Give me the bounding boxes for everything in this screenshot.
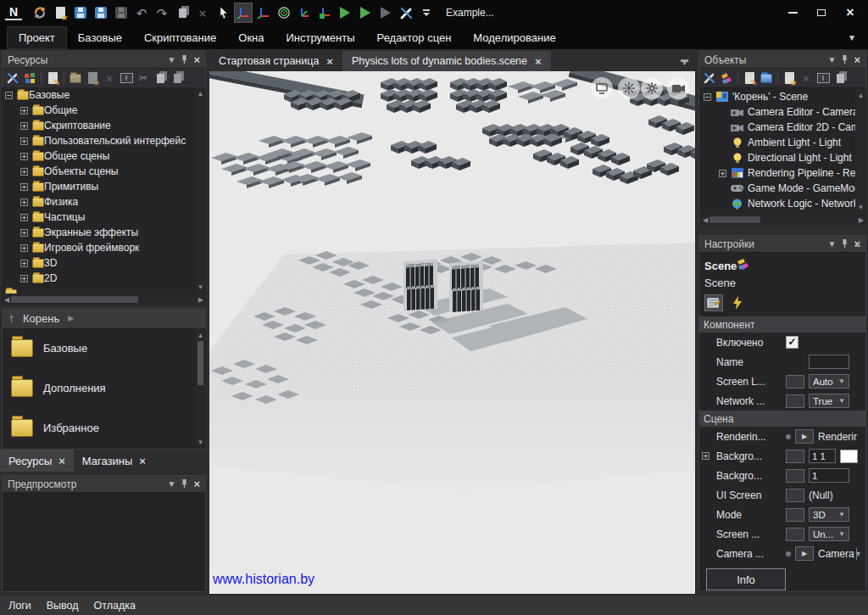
tree-item[interactable]: +Примитивы xyxy=(2,179,195,194)
minimize-button[interactable] xyxy=(780,3,805,22)
tree-item[interactable]: +Общие xyxy=(2,103,195,118)
project-name[interactable]: Example... xyxy=(446,7,494,19)
file-star-icon[interactable]: ★ xyxy=(782,71,796,85)
background-value-input[interactable] xyxy=(809,468,849,483)
scroll-down-icon[interactable]: ▼ xyxy=(854,550,862,558)
transform-colored-icon[interactable] xyxy=(737,258,749,273)
tree-item[interactable]: +Частицы xyxy=(2,210,195,225)
mode-dropdown[interactable]: 3D▼ xyxy=(809,507,849,522)
scale-cube-tool-icon[interactable] xyxy=(315,3,334,23)
reference-button[interactable]: ▶ xyxy=(795,546,814,561)
options-colored-icon[interactable] xyxy=(23,71,36,85)
close-icon[interactable]: × xyxy=(854,56,860,64)
reference-button[interactable]: ▶ xyxy=(795,429,814,444)
tree-item[interactable]: Game Mode - GameMod xyxy=(700,181,855,196)
property-default-button[interactable] xyxy=(786,489,804,502)
property-default-button[interactable] xyxy=(786,528,804,541)
expand-icon[interactable]: + xyxy=(20,183,28,191)
refresh-icon[interactable] xyxy=(31,3,49,23)
events-mode-button[interactable] xyxy=(728,294,747,311)
tree-item[interactable]: + Rendering Pipeline - Ren xyxy=(700,165,855,181)
tree-item[interactable]: Ambient Light - Light xyxy=(700,135,855,150)
play-alt-icon[interactable] xyxy=(356,3,375,23)
camera-icon[interactable] xyxy=(667,77,689,99)
tree-item[interactable]: +2D xyxy=(2,271,195,286)
pin-icon[interactable] xyxy=(181,478,188,490)
transform-colored-icon[interactable] xyxy=(720,71,733,85)
tree-item[interactable]: Network Logic - Network xyxy=(700,196,855,211)
new-resource-icon[interactable]: ✎ xyxy=(46,71,59,85)
tree-item[interactable]: +Объекты сцены xyxy=(2,164,195,179)
menu-item-basic[interactable]: Базовые xyxy=(67,27,133,48)
tree-item[interactable]: − 'Корень' - Scene xyxy=(700,89,855,104)
menu-item-project[interactable]: Проект xyxy=(7,26,67,49)
rotate-tool-icon[interactable] xyxy=(275,3,293,23)
expand-icon[interactable]: + xyxy=(20,260,28,267)
list-item[interactable]: Избранное xyxy=(3,408,205,448)
objects-tree-hscrollbar[interactable]: ◀▶ xyxy=(700,214,866,226)
tree-item[interactable]: −Базовые xyxy=(2,87,195,103)
pin-icon[interactable] xyxy=(841,238,849,250)
expand-icon[interactable]: + xyxy=(719,170,726,177)
collapse-icon[interactable]: − xyxy=(704,93,711,101)
statusbar-debug[interactable]: Отладка xyxy=(94,600,136,612)
tools-icon[interactable] xyxy=(6,71,19,85)
tree-item[interactable]: Directional Light - Light xyxy=(700,150,855,165)
close-icon[interactable]: × xyxy=(58,455,65,467)
menu-item-modeling[interactable]: Моделирование xyxy=(462,27,566,48)
menu-chevron-down-icon[interactable]: ▼ xyxy=(848,33,861,42)
tree-item[interactable]: +3D xyxy=(2,255,195,271)
background-color-input[interactable] xyxy=(809,449,836,463)
tools-icon[interactable] xyxy=(397,3,415,23)
expand-icon[interactable]: + xyxy=(20,122,28,130)
close-icon[interactable]: × xyxy=(326,55,333,68)
scene-viewport[interactable]: www.historian.by xyxy=(209,71,695,594)
resources-tree-hscrollbar[interactable]: ◀▶ xyxy=(2,294,206,305)
save-all-icon[interactable] xyxy=(92,3,110,23)
tree-item[interactable]: +Скриптование xyxy=(2,118,195,133)
tab-resources[interactable]: Ресурсы× xyxy=(0,450,74,472)
folder-list-vscrollbar[interactable]: ▲▼ xyxy=(195,329,206,449)
close-icon[interactable]: × xyxy=(139,455,146,467)
property-default-button[interactable] xyxy=(786,450,804,463)
lighting-icon[interactable] xyxy=(618,77,640,99)
statusbar-logs[interactable]: Логи xyxy=(8,600,31,612)
expand-icon[interactable]: + xyxy=(20,168,28,176)
name-input[interactable] xyxy=(809,355,849,369)
tab-scene[interactable]: Physics lots of dynamic bodies.scene× xyxy=(342,51,551,71)
property-default-button[interactable] xyxy=(786,508,804,522)
screen-label-dropdown[interactable]: Auto▼ xyxy=(809,374,849,389)
play-icon[interactable] xyxy=(336,3,354,23)
move-tool-icon[interactable] xyxy=(234,3,253,23)
menu-item-scene-editor[interactable]: Редактор сцен xyxy=(366,27,463,48)
breadcrumb[interactable]: ↑ Корень ▶ xyxy=(2,308,206,328)
pin-icon[interactable] xyxy=(181,54,188,66)
info-button[interactable]: Info xyxy=(706,568,786,590)
color-swatch[interactable] xyxy=(840,450,858,463)
expand-icon[interactable]: + xyxy=(20,153,28,160)
tree-item[interactable]: Camera Editor - Camera xyxy=(700,104,855,120)
close-button[interactable]: × xyxy=(837,3,863,22)
tab-start-page[interactable]: Стартовая страница× xyxy=(209,51,342,71)
tree-item[interactable]: +Общее сцены xyxy=(2,148,195,164)
select-cursor-icon[interactable] xyxy=(214,3,232,23)
menu-item-scripting[interactable]: Скриптование xyxy=(133,27,227,48)
resources-tree-vscrollbar[interactable]: ▲▼ xyxy=(195,87,206,294)
property-default-button[interactable] xyxy=(786,394,804,408)
tree-item[interactable] xyxy=(2,286,195,294)
property-default-button[interactable] xyxy=(786,469,804,483)
menu-item-tools[interactable]: Инструменты xyxy=(275,27,366,48)
screen-orientation-dropdown[interactable]: Un...▼ xyxy=(809,527,849,541)
lighting-alt-icon[interactable] xyxy=(641,77,663,99)
tab-stores[interactable]: Магазины× xyxy=(74,450,154,472)
close-icon[interactable]: × xyxy=(193,56,200,64)
close-icon[interactable]: × xyxy=(535,55,542,68)
expand-icon[interactable]: + xyxy=(702,452,709,460)
tab-overflow-icon[interactable]: ▬▼ xyxy=(681,58,695,64)
close-icon[interactable]: × xyxy=(193,480,200,489)
new-object-icon[interactable]: ✎ xyxy=(743,71,756,85)
transform-tool-icon[interactable] xyxy=(254,3,273,23)
save-icon[interactable] xyxy=(71,3,90,23)
expand-icon[interactable]: + xyxy=(20,275,28,282)
collapse-icon[interactable]: − xyxy=(5,92,13,99)
